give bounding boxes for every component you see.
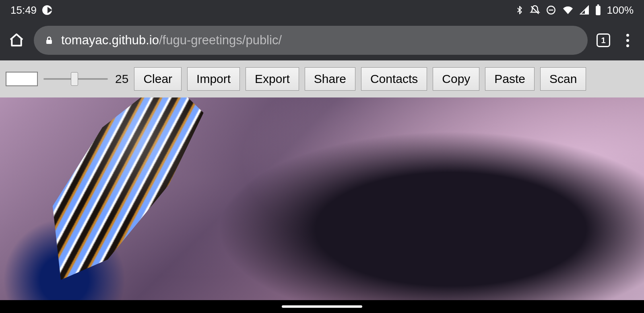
gesture-nav-pill[interactable]: [282, 305, 362, 308]
copy-button[interactable]: Copy: [433, 67, 479, 91]
home-button[interactable]: [8, 32, 25, 49]
share-button[interactable]: Share: [305, 67, 355, 91]
lock-icon: [44, 35, 54, 46]
wifi-icon: [562, 5, 574, 15]
android-navigation-bar: [0, 300, 644, 313]
paste-button[interactable]: Paste: [485, 67, 535, 91]
url-path: /fugu-greetings/public/: [159, 33, 282, 47]
scan-button[interactable]: Scan: [540, 67, 586, 91]
fugu-fish-image: [17, 97, 232, 300]
clear-button[interactable]: Clear: [134, 67, 182, 91]
address-bar[interactable]: tomayac.github.io/fugu-greetings/public/: [34, 26, 588, 55]
chrome-toolbar: tomayac.github.io/fugu-greetings/public/…: [0, 20, 644, 60]
data-saver-icon: [42, 5, 52, 15]
dnd-icon: [546, 5, 556, 15]
overflow-menu-button[interactable]: [619, 34, 636, 47]
tab-count: 1: [601, 36, 605, 45]
drawing-canvas[interactable]: [0, 97, 644, 300]
cell-signal-icon: [580, 5, 589, 15]
app-toolbar: 25 Clear Import Export Share Contacts Co…: [0, 60, 644, 97]
color-picker[interactable]: [6, 72, 38, 86]
brush-size-value: 25: [115, 72, 128, 86]
status-clock: 15:49: [10, 4, 37, 17]
url-host: tomayac.github.io: [61, 33, 159, 47]
svg-rect-2: [596, 6, 601, 15]
url-text: tomayac.github.io/fugu-greetings/public/: [61, 33, 282, 48]
battery-percentage: 100%: [607, 4, 634, 17]
battery-icon: [595, 4, 601, 16]
bluetooth-icon: [515, 4, 524, 16]
notifications-off-icon: [530, 5, 540, 15]
svg-rect-4: [46, 40, 52, 44]
import-button[interactable]: Import: [187, 67, 240, 91]
brush-size-slider[interactable]: [43, 72, 108, 86]
svg-rect-3: [597, 4, 599, 6]
export-button[interactable]: Export: [246, 67, 299, 91]
tabs-button[interactable]: 1: [597, 33, 610, 47]
contacts-button[interactable]: Contacts: [361, 67, 427, 91]
android-status-bar: 15:49 100%: [0, 0, 644, 20]
